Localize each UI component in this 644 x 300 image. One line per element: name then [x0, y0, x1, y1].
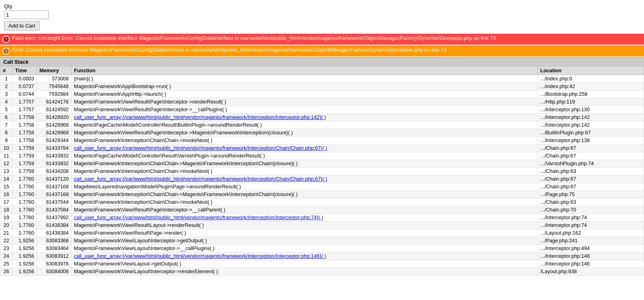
- cell-memory: 61429344: [37, 137, 72, 145]
- cell-time: 1.7760: [13, 191, 37, 199]
- cell-location: .../Interceptor.php:74: [538, 222, 644, 229]
- table-row: 181.776061437584Magento\Framework\View\R…: [0, 206, 644, 214]
- cell-num: 22: [0, 237, 13, 245]
- cell-num: 24: [0, 253, 13, 260]
- cell-location: .../Interceptor.php:74: [538, 214, 644, 222]
- col-header-time: Time: [13, 67, 37, 75]
- cell-function[interactable]: call_user_func_array:{/var/www/html/publ…: [72, 114, 538, 121]
- cell-location: .../Chain.php:67: [538, 152, 644, 160]
- cell-function[interactable]: call_user_func_array:{/var/www/html/publ…: [72, 214, 538, 222]
- cell-time: 0.0003: [13, 75, 37, 83]
- table-row: 61.775861428920call_user_func_array:{/va…: [0, 114, 644, 121]
- cell-num: 19: [0, 214, 13, 222]
- function-link[interactable]: call_user_func_array:{/var/www/html/publ…: [74, 253, 326, 259]
- cell-time: 1.9256: [13, 237, 37, 245]
- table-row: 151.776061437168Magebees\Layerednavigati…: [0, 183, 644, 191]
- cell-memory: 61437584: [37, 206, 72, 214]
- cell-num: 25: [0, 260, 13, 268]
- add-to-cart-button[interactable]: Add to Cart: [4, 21, 40, 30]
- cell-time: 1.7760: [13, 222, 37, 229]
- cell-num: 11: [0, 152, 13, 160]
- cell-num: 15: [0, 183, 13, 191]
- cell-num: 23: [0, 245, 13, 253]
- cell-memory: 61428968: [37, 121, 72, 129]
- cell-num: 21: [0, 229, 13, 237]
- cell-function: Magento\Framework\View\Result\Page->rend…: [72, 229, 538, 237]
- warning-error-icon: !: [2, 47, 10, 55]
- function-link[interactable]: call_user_func_array:{/var/www/html/publ…: [74, 145, 327, 151]
- table-row: 141.776061437120call_user_func_array:{/v…: [0, 175, 644, 183]
- table-row: 51.775761424592Magento\Framework\View\Re…: [0, 106, 644, 114]
- warning-error-bar: ! Error: Cannot instantiate interface Ma…: [0, 45, 644, 56]
- cell-memory: 61433784: [37, 145, 72, 152]
- cell-num: 26: [0, 268, 13, 276]
- cell-memory: 61428920: [37, 114, 72, 121]
- cell-function[interactable]: call_user_func_array:{/var/www/html/publ…: [72, 253, 538, 260]
- cell-time: 1.7760: [13, 199, 37, 206]
- cell-function[interactable]: call_user_func_array:{/var/www/html/publ…: [72, 145, 538, 152]
- cell-time: 1.7759: [13, 152, 37, 160]
- cell-function: Magebees\Layerednavigation\Model\Plugin\…: [72, 183, 538, 191]
- table-row: 211.776061438384Magento\Framework\View\R…: [0, 229, 644, 237]
- cell-location: .../Interceptor.php:146: [538, 260, 644, 268]
- col-header-function: Function: [72, 67, 538, 75]
- cell-location: .../Page.php:75: [538, 191, 644, 199]
- col-header-num: #: [0, 67, 13, 75]
- table-row: 161.776061437168Magento\Framework\Interc…: [0, 191, 644, 199]
- table-row: 201.776061438384Magento\Framework\View\R…: [0, 222, 644, 229]
- table-row: 10.0003373008{main}( ).../index.php:0: [0, 75, 644, 83]
- table-row: 171.776061437544Magento\Framework\Interc…: [0, 199, 644, 206]
- cell-location: .../Interceptor.php:142: [538, 121, 644, 129]
- cell-time: 1.7758: [13, 121, 37, 129]
- table-row: 71.775861428968Magento\PageCache\Model\C…: [0, 121, 644, 129]
- cell-location: /Layout.php:938: [538, 268, 644, 276]
- cell-function: Magento\Framework\Interception\Chain\Cha…: [72, 199, 538, 206]
- cell-function: Magento\Framework\View\Layout\Intercepto…: [72, 245, 538, 253]
- function-link[interactable]: call_user_func_array:{/var/www/html/publ…: [74, 176, 327, 182]
- cell-num: 14: [0, 175, 13, 183]
- cell-num: 2: [0, 83, 13, 91]
- table-row: 20.07377545648Magento\Framework\App\Boot…: [0, 83, 644, 91]
- qty-label: Qty: [4, 3, 640, 9]
- cell-time: 0.0737: [13, 83, 37, 91]
- cell-num: 17: [0, 199, 13, 206]
- table-row: 91.775861429344Magento\Framework\Interce…: [0, 137, 644, 145]
- cell-location: .../Chain.php:67: [538, 183, 644, 191]
- cell-num: 10: [0, 145, 13, 152]
- table-row: 231.925663083464Magento\Framework\View\L…: [0, 245, 644, 253]
- qty-input[interactable]: [4, 11, 49, 19]
- cell-function: Magento\Framework\Interception\Chain\Cha…: [72, 160, 538, 168]
- table-header-row: # Time Memory Function Location: [0, 67, 644, 75]
- cell-function: {main}( ): [72, 75, 538, 83]
- cell-num: 3: [0, 91, 13, 98]
- table-row: 131.775961434208Magento\Framework\Interc…: [0, 168, 644, 175]
- cell-memory: 61433832: [37, 152, 72, 160]
- cell-num: 20: [0, 222, 13, 229]
- table-row: 111.775961433832Magento\PageCache\Model\…: [0, 152, 644, 160]
- table-row: 41.775761424176Magento\Framework\View\Re…: [0, 98, 644, 106]
- cell-location: .../Http.php:119: [538, 98, 644, 106]
- cell-num: 9: [0, 137, 13, 145]
- cell-function[interactable]: call_user_func_array:{/var/www/html/publ…: [72, 175, 538, 183]
- function-link[interactable]: call_user_func_array:{/var/www/html/publ…: [74, 215, 323, 220]
- cell-location: .../Interceptor.php:142: [538, 114, 644, 121]
- cell-memory: 373008: [37, 75, 72, 83]
- table-row: 30.07447592984Magento\Framework\App\Http…: [0, 91, 644, 98]
- cell-num: 1: [0, 75, 13, 83]
- cell-num: 8: [0, 129, 13, 137]
- col-header-location: Location: [538, 67, 644, 75]
- cell-memory: 7592984: [37, 91, 72, 98]
- cell-memory: 63083912: [37, 253, 72, 260]
- cell-time: 1.9256: [13, 253, 37, 260]
- cell-location: .../Layout.php:162: [538, 229, 644, 237]
- cell-time: 1.9256: [13, 245, 37, 253]
- cell-location: .../Interceptor.php:146: [538, 253, 644, 260]
- fatal-error-icon: !: [2, 36, 10, 43]
- cell-time: 1.9256: [13, 260, 37, 268]
- cell-memory: 63084008: [37, 268, 72, 276]
- cell-num: 4: [0, 98, 13, 106]
- cell-time: 1.7760: [13, 206, 37, 214]
- error-container: ! Fatal error: Uncaught Error: Cannot in…: [0, 34, 644, 56]
- function-link[interactable]: call_user_func_array:{/var/www/html/publ…: [74, 114, 326, 120]
- cell-time: 0.0744: [13, 91, 37, 98]
